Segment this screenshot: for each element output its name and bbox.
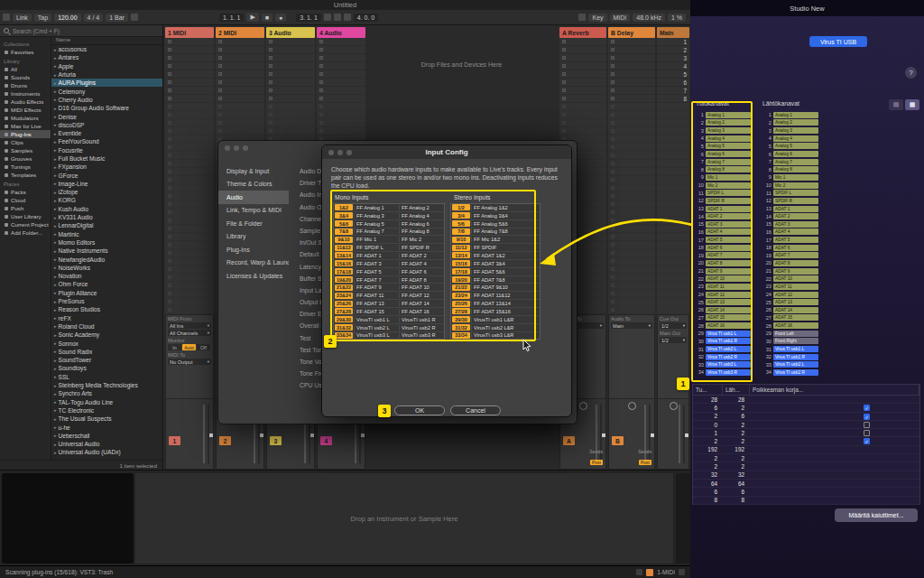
clip-slot[interactable] (266, 79, 315, 87)
sidebar-item-favorites[interactable]: Favorites (0, 48, 51, 56)
channel-row[interactable]: 32Virus TI usb1 R (762, 353, 818, 361)
scene-row[interactable]: 8 (657, 95, 689, 103)
stereo-input-toggle[interactable]: 29/30 (452, 316, 470, 322)
scene-row[interactable]: 1 (657, 38, 689, 46)
stop-button[interactable]: ■ (262, 14, 273, 22)
clip-slot[interactable] (165, 249, 214, 257)
monitor-option-off[interactable]: Off (197, 344, 210, 350)
sidebar-item-tunings[interactable]: Tunings (0, 163, 51, 171)
channel-row[interactable]: 14ADAT 2 (762, 212, 818, 220)
clip-slot[interactable] (165, 46, 214, 54)
clip-slot[interactable] (559, 103, 606, 111)
vendor-row[interactable]: ▸Soundtoys (51, 364, 162, 372)
clip-slot[interactable] (608, 282, 655, 290)
list-view-toggle-icon[interactable]: ▤ (889, 99, 903, 110)
tab-record-warp-launch[interactable]: Record, Warp & Launch (218, 256, 289, 270)
clip-slot[interactable] (216, 95, 264, 103)
clip-slot[interactable] (608, 184, 655, 192)
search-input[interactable]: Search (Cmd + F) (0, 25, 162, 37)
mono-input-toggle[interactable]: 11&12 (335, 245, 353, 251)
scene-row[interactable] (657, 233, 689, 241)
channel-row[interactable]: 22ADAT 10 (762, 275, 818, 283)
clip-slot[interactable] (608, 306, 655, 314)
track-activator-button[interactable]: 4 (320, 436, 332, 445)
clip-slot[interactable] (608, 217, 655, 225)
mono-input-toggle[interactable]: 21&22 (335, 284, 353, 291)
clip-slot[interactable] (608, 241, 655, 249)
clip-slot[interactable] (165, 168, 214, 176)
scene-row[interactable] (657, 127, 689, 135)
scene-row[interactable] (657, 282, 689, 290)
clip-slot[interactable] (608, 176, 655, 184)
close-icon[interactable] (225, 145, 230, 151)
clip-slot[interactable] (608, 111, 655, 119)
clip-slot[interactable] (216, 119, 264, 127)
vendor-row[interactable]: ▸Focusrite (51, 146, 162, 154)
clip-slot[interactable] (266, 46, 315, 54)
channel-row[interactable]: 32Virus TI usb2 R (694, 353, 751, 361)
draw-mode-icon[interactable] (578, 14, 586, 21)
track-header-3-audio[interactable]: 3 Audio (266, 27, 315, 38)
channel-row[interactable]: 34Virus TI usb2 R (762, 368, 818, 377)
channel-row[interactable]: 13ADAT 1 (694, 205, 751, 213)
scene-row[interactable]: 3 (657, 54, 689, 62)
vendor-row[interactable]: ▸Eventide (51, 129, 162, 137)
vendor-row[interactable]: ▸SSL (51, 373, 162, 381)
clip-slot[interactable] (165, 152, 214, 160)
clip-slot[interactable] (266, 62, 315, 70)
vendor-row[interactable]: ▸TAL-Togu Audio Line (51, 397, 162, 406)
channel-row[interactable]: 11SPDIF L (762, 189, 818, 197)
drift-checkbox[interactable]: ✓ (864, 414, 870, 420)
channel-row[interactable]: 21ADAT 9 (694, 267, 751, 275)
play-button[interactable]: ▶ (246, 13, 258, 22)
channel-row[interactable]: 23ADAT 11 (762, 283, 818, 291)
channel-row[interactable]: 31Virus TI usb1 L (762, 345, 818, 353)
clip-slot[interactable] (165, 176, 214, 184)
loop-start-display[interactable]: 3. 1. 1 (296, 14, 320, 22)
clip-slot[interactable] (559, 111, 606, 119)
clip-slot[interactable] (317, 119, 365, 127)
vendor-row[interactable]: ▸iZotope (51, 188, 162, 196)
help-button[interactable]: ? (905, 67, 917, 79)
clip-slot[interactable] (165, 184, 214, 192)
io-dropdown[interactable]: 1/2▾ (660, 337, 687, 343)
channel-row[interactable]: 28ADAT 16 (694, 322, 751, 330)
channel-row[interactable]: 16ADAT 4 (762, 228, 818, 237)
sidebar-item-max-for-live[interactable]: Max for Live (0, 122, 51, 130)
post-toggle[interactable]: Post (590, 460, 603, 465)
clip-slot[interactable] (165, 282, 214, 290)
drift-checkbox[interactable] (864, 430, 870, 436)
scene-row[interactable] (657, 290, 689, 298)
sidebar-item-templates[interactable]: Templates (0, 171, 51, 179)
channel-row[interactable]: 30Virus TI usb1 R (694, 338, 751, 346)
vendor-row[interactable]: ▸Universal Audio (51, 440, 162, 448)
loop-icon[interactable] (334, 14, 341, 21)
clip-slot[interactable] (165, 135, 214, 144)
channel-row[interactable]: 23ADAT 11 (694, 283, 751, 291)
clip-slot[interactable] (165, 119, 214, 127)
sidebar-item-plug-ins[interactable]: Plug-Ins (0, 130, 51, 138)
channel-row[interactable]: 29Virus TI usb1 L (694, 330, 751, 338)
clip-slot[interactable] (608, 298, 655, 306)
sidebar-item-cloud[interactable]: Cloud (0, 196, 51, 204)
sidebar-item-user-library[interactable]: User Library (0, 212, 51, 220)
vendor-row[interactable]: ▸Celemony (51, 87, 162, 95)
vendor-row[interactable]: ▸Full Bucket Music (51, 154, 162, 163)
channel-row[interactable]: 9Mic 1 (762, 173, 818, 182)
channel-row[interactable]: 19ADAT 7 (694, 252, 751, 260)
vendor-row[interactable]: ▸Arturia (51, 70, 162, 79)
tab-link-tempo-midi[interactable]: Link, Tempo & MIDI (218, 204, 289, 218)
channel-row[interactable]: 1Analog 1 (694, 111, 751, 119)
clip-slot[interactable] (317, 79, 365, 87)
vendor-row[interactable]: ▸KV331 Audio (51, 213, 162, 221)
channel-row[interactable]: 1Analog 1 (762, 111, 818, 119)
clip-slot[interactable] (608, 152, 655, 160)
volume-fader[interactable] (679, 405, 680, 463)
channel-row[interactable]: 9Mic 1 (694, 173, 751, 182)
channel-row[interactable]: 18ADAT 6 (694, 244, 751, 252)
tab-audio[interactable]: Audio (218, 191, 289, 204)
tab-theme-colors[interactable]: Theme & Colors (218, 178, 289, 191)
channel-row[interactable]: 26ADAT 14 (694, 306, 751, 314)
mono-input-toggle[interactable]: 23&24 (335, 293, 353, 299)
channel-row[interactable]: 17ADAT 5 (694, 236, 751, 244)
